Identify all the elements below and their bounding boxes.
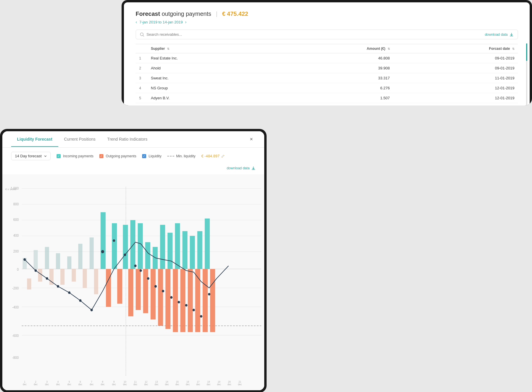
download-label: download data (485, 33, 508, 37)
svg-text:dec: dec (155, 383, 158, 386)
row-amount: 1.459 (278, 103, 393, 106)
svg-point-68 (35, 269, 37, 272)
svg-point-69 (46, 277, 48, 280)
table-row[interactable]: 1 Real Estate Inc. 46.808 09-01-2019 (136, 53, 518, 63)
download-link[interactable]: download data (485, 33, 514, 37)
svg-rect-48 (143, 269, 148, 313)
svg-point-77 (134, 265, 137, 267)
row-date: 09-12-2018 (393, 103, 518, 106)
row-date: 12-01-2019 (393, 93, 518, 103)
svg-text:dec: dec (144, 383, 148, 386)
incoming-checkbox[interactable]: ✓ (57, 154, 61, 158)
tab-current-positions[interactable]: Current Positions (58, 132, 101, 147)
row-date: 09-01-2019 (393, 63, 518, 73)
date-range-label: 7-jan 2019 to 14-jan 2019 (139, 20, 183, 24)
svg-rect-49 (145, 242, 150, 269)
legend-liquidity-label: Liquidity (149, 154, 161, 158)
table-row[interactable]: 2 Ahold 39.908 09-01-2019 (136, 63, 518, 73)
row-num: 2 (136, 63, 147, 73)
forecast-title-rest: outgoing payments (162, 11, 211, 17)
svg-text:dec: dec (101, 383, 105, 386)
tab-liquidity-forecast[interactable]: Liquidity Forecast (11, 132, 58, 147)
svg-text:dec: dec (175, 383, 179, 386)
search-input[interactable] (146, 32, 514, 37)
svg-point-83 (178, 301, 180, 304)
sort-icon-date: ⇅ (512, 47, 514, 50)
svg-rect-40 (106, 269, 111, 307)
svg-rect-37 (90, 237, 94, 269)
table-row[interactable]: 3 Sweat Inc. 33.317 11-01-2019 (136, 73, 518, 83)
svg-text:-400: -400 (12, 305, 19, 309)
svg-point-70 (57, 285, 59, 288)
search-icon (140, 33, 144, 37)
svg-rect-29 (45, 247, 49, 269)
row-amount: 46.808 (278, 53, 393, 63)
legend-incoming-label: Incoming payments (63, 154, 93, 158)
table-row[interactable]: 5 Adyen B.V. 1.507 12-01-2019 (136, 93, 518, 103)
close-button[interactable]: × (247, 135, 255, 144)
day-forecast-select[interactable]: 14 Day forecast (11, 152, 51, 160)
svg-text:dec: dec (45, 383, 49, 386)
edit-icon[interactable] (221, 154, 225, 158)
top-tablet: Forecast outgoing payments | € 475.422 ‹… (122, 0, 532, 105)
col-num (136, 44, 147, 53)
svg-point-84 (185, 304, 187, 307)
svg-rect-54 (166, 269, 170, 329)
row-num: 4 (136, 83, 147, 93)
legend-outgoing-label: Outgoing payments (106, 154, 136, 158)
svg-text:dec: dec (134, 383, 137, 386)
svg-rect-31 (56, 253, 60, 269)
forecast-daterange[interactable]: ‹ 7-jan 2019 to 14-jan 2019 › (136, 20, 518, 24)
svg-rect-58 (180, 269, 185, 332)
svg-text:-800: -800 (12, 356, 19, 359)
svg-rect-61 (190, 236, 195, 269)
svg-rect-28 (38, 269, 42, 282)
svg-text:dec: dec (56, 383, 60, 386)
svg-rect-52 (158, 269, 163, 326)
download-chart-icon (251, 166, 255, 170)
top-tablet-content: Forecast outgoing payments | € 475.422 ‹… (124, 2, 530, 105)
svg-text:dec: dec (207, 383, 210, 386)
top-tablet-screen: Forecast outgoing payments | € 475.422 ‹… (124, 2, 530, 105)
legend-min-liquidity-label: Min. liquidity (176, 154, 195, 158)
table-row[interactable]: 4 NS Group 6.276 12-01-2019 (136, 83, 518, 93)
svg-rect-42 (117, 269, 122, 304)
row-supplier: Real Estate Inc. (147, 53, 278, 63)
chart-svg: 1.000 800 600 400 200 0 -200 -400 -600 -… (2, 174, 264, 390)
svg-rect-55 (168, 233, 173, 269)
col-supplier[interactable]: Supplier ⇅ (147, 44, 278, 53)
liquidity-checkbox[interactable]: ✓ (142, 154, 146, 158)
svg-text:-200: -200 (12, 287, 19, 290)
svg-rect-63 (197, 231, 202, 269)
svg-rect-32 (60, 269, 64, 285)
table-row[interactable]: 6 Real Estate Inc. 1.459 09-12-2018 (136, 103, 518, 106)
svg-text:dec: dec (228, 383, 231, 386)
tabs-bar: Liquidity Forecast Current Positions Tre… (2, 131, 264, 148)
download-icon (509, 33, 514, 37)
min-liquidity-dash (167, 156, 174, 156)
tab-trend-ratio[interactable]: Trend Ratio Indicators (101, 132, 153, 147)
svg-point-74 (101, 250, 104, 253)
forecast-divider: | (216, 11, 217, 17)
col-amount[interactable]: Amount (€) ⇅ (278, 44, 393, 53)
svg-point-81 (162, 290, 164, 292)
svg-rect-41 (112, 223, 117, 269)
row-supplier: Real Estate Inc. (147, 103, 278, 106)
scrollbar[interactable] (526, 43, 527, 105)
svg-text:dec: dec (90, 383, 93, 386)
bottom-tablet: Liquidity Forecast Current Positions Tre… (0, 129, 267, 392)
prev-date-arrow[interactable]: ‹ (136, 20, 137, 24)
bottom-tablet-screen: Liquidity Forecast Current Positions Tre… (2, 131, 264, 390)
svg-rect-65 (205, 219, 210, 269)
outgoing-checkbox[interactable]: ✓ (99, 154, 103, 158)
svg-point-67 (23, 258, 26, 261)
svg-rect-27 (34, 250, 38, 269)
download-button[interactable]: download data (227, 166, 255, 170)
svg-rect-50 (151, 269, 156, 319)
svg-text:dec: dec (196, 383, 200, 386)
row-date: 11-01-2019 (393, 73, 518, 83)
svg-rect-44 (128, 269, 133, 316)
next-date-arrow[interactable]: › (185, 20, 187, 24)
row-supplier: Ahold (147, 63, 278, 73)
col-date[interactable]: Forcast date ⇅ (393, 44, 518, 53)
